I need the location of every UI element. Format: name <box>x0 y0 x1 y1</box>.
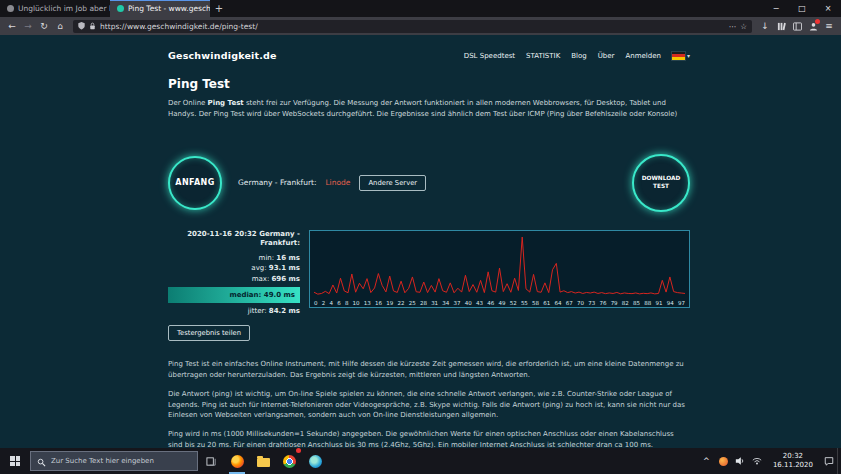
clock-time: 20:32 <box>773 452 813 461</box>
nav-ueber[interactable]: Über <box>598 52 615 60</box>
other-server-button[interactable]: Andere Server <box>359 175 426 191</box>
browser-tab-bar: Unglücklich im Job aber keine Ping Test … <box>0 0 841 17</box>
ping-chart: 0246810131619222528313437404346495255586… <box>309 230 690 308</box>
speaker-icon[interactable] <box>732 448 749 474</box>
address-bar[interactable]: https://www.geschwindigkeit.de/ping-test… <box>73 20 752 33</box>
desktop: Unglücklich im Job aber keine Ping Test … <box>0 0 841 474</box>
chart-x-tick: 70 <box>577 300 584 306</box>
new-tab-button[interactable]: + <box>210 0 228 17</box>
tab-bar-spacer <box>228 0 763 17</box>
chevron-down-icon: ▾ <box>687 52 690 59</box>
nav-blog[interactable]: Blog <box>571 52 586 60</box>
stat-min: min: 16 ms <box>168 253 300 264</box>
chart-x-tick: 34 <box>442 300 449 306</box>
window-minimize-button[interactable]: − <box>763 0 789 17</box>
page-viewport: Geschwindigkeit.de DSL Speedtest STATIST… <box>0 35 841 448</box>
notification-badge <box>815 19 820 24</box>
chart-x-tick: 73 <box>588 300 595 306</box>
nav-dsl-speedtest[interactable]: DSL Speedtest <box>464 52 515 60</box>
chart-x-tick: 28 <box>420 300 427 306</box>
start-test-button[interactable]: ANFANG <box>168 156 222 210</box>
taskbar-search[interactable] <box>30 451 198 471</box>
result-stats: 2020-11-16 20:32 Germany - Frankfurt: mi… <box>168 230 300 341</box>
menu-icon[interactable]: ≡ <box>821 19 837 34</box>
chart-x-tick: 19 <box>386 300 393 306</box>
chart-x-tick: 25 <box>409 300 416 306</box>
tab-title: Unglücklich im Job aber keine <box>18 4 110 13</box>
lock-icon[interactable] <box>89 22 96 30</box>
download-test-button[interactable]: DOWNLOAD TEST <box>632 154 690 212</box>
chart-x-tick: 22 <box>397 300 404 306</box>
tab-background[interactable]: Unglücklich im Job aber keine <box>0 0 110 17</box>
taskbar-search-input[interactable] <box>51 457 191 465</box>
chrome-icon[interactable] <box>276 448 302 474</box>
chart-x-tick: 40 <box>465 300 472 306</box>
url-text[interactable]: https://www.geschwindigkeit.de/ping-test… <box>100 22 258 31</box>
home-button[interactable]: ⌂ <box>52 19 68 34</box>
browser-toolbar: ← → ↻ ⌂ https://www.geschwindigkeit.de/p… <box>0 17 841 35</box>
page-actions-icon[interactable]: ⋯ <box>729 22 737 31</box>
test-controls: ANFANG Germany - Frankfurt: Linode Ander… <box>168 154 690 212</box>
server-location: Germany - Frankfurt: <box>238 178 316 187</box>
sidebar-icon[interactable] <box>789 19 805 34</box>
library-icon[interactable] <box>773 19 789 34</box>
chart-x-tick: 91 <box>656 300 663 306</box>
network-icon[interactable] <box>749 448 766 474</box>
show-desktop-button[interactable] <box>837 448 841 474</box>
system-tray: ^ 20:32 16.11.2020 <box>698 448 841 474</box>
chart-x-tick: 10 <box>353 300 360 306</box>
chart-x-tick: 64 <box>555 300 562 306</box>
share-result-button[interactable]: Testergebnis teilen <box>168 325 250 341</box>
chart-x-tick: 88 <box>644 300 651 306</box>
action-center-icon[interactable] <box>820 448 837 474</box>
file-explorer-icon[interactable] <box>250 448 276 474</box>
tray-expand-icon[interactable]: ^ <box>698 448 715 474</box>
edge-icon[interactable] <box>302 448 328 474</box>
search-icon <box>37 452 46 471</box>
stat-jitter: jitter: 84.2 ms <box>168 306 300 317</box>
chart-x-tick: 4 <box>329 300 333 306</box>
window-close-button[interactable]: × <box>815 0 841 17</box>
start-button[interactable] <box>0 448 30 474</box>
site-logo[interactable]: Geschwindigkeit.de <box>168 50 277 61</box>
back-button[interactable]: ← <box>4 19 20 34</box>
german-flag-icon <box>672 52 685 60</box>
chart-x-tick: 16 <box>375 300 382 306</box>
tab-favicon <box>7 5 14 12</box>
task-view-icon[interactable] <box>198 448 224 474</box>
bookmark-star-icon[interactable]: ☆ <box>740 22 747 31</box>
firefox-icon[interactable] <box>224 448 250 474</box>
tray-app-icon[interactable] <box>715 448 732 474</box>
server-row: Germany - Frankfurt: Linode Andere Serve… <box>238 175 426 191</box>
tab-title: Ping Test - www.geschwindigk <box>128 4 210 13</box>
nav-anmelden[interactable]: Anmelden <box>626 52 661 60</box>
site-header: Geschwindigkeit.de DSL Speedtest STATIST… <box>168 35 690 61</box>
chart-x-tick: 31 <box>431 300 438 306</box>
chart-x-tick: 55 <box>521 300 528 306</box>
nav-statistik[interactable]: STATISTIK <box>526 52 560 60</box>
forward-button[interactable]: → <box>20 19 36 34</box>
chart-x-tick: 82 <box>622 300 629 306</box>
chart-x-tick: 58 <box>532 300 539 306</box>
chart-x-tick: 85 <box>633 300 640 306</box>
window-maximize-button[interactable]: □ <box>789 0 815 17</box>
downloads-icon[interactable]: ↓ <box>757 19 773 34</box>
taskbar-clock[interactable]: 20:32 16.11.2020 <box>766 452 820 470</box>
shield-icon[interactable] <box>78 22 85 30</box>
chart-x-tick: 67 <box>566 300 573 306</box>
chart-x-tick: 0 <box>314 300 318 306</box>
stat-max: max: 696 ms <box>168 274 300 285</box>
chart-x-tick: 43 <box>476 300 483 306</box>
tab-favicon <box>117 5 124 12</box>
stat-median-highlight: median: 49.0 ms <box>168 287 300 303</box>
tab-active-ping-test[interactable]: Ping Test - www.geschwindigk × <box>110 0 210 17</box>
taskbar: ^ 20:32 16.11.2020 <box>0 448 841 474</box>
chart-x-tick: 37 <box>454 300 461 306</box>
account-icon[interactable] <box>805 19 821 34</box>
article-paragraph: Die Antwort (ping) ist wichtig, um On-li… <box>168 389 690 422</box>
chart-x-tick: 49 <box>498 300 505 306</box>
language-selector[interactable]: ▾ <box>672 52 690 60</box>
reload-button[interactable]: ↻ <box>36 19 52 34</box>
stat-avg: avg: 93.1 ms <box>168 263 300 274</box>
chart-x-tick: 61 <box>543 300 550 306</box>
